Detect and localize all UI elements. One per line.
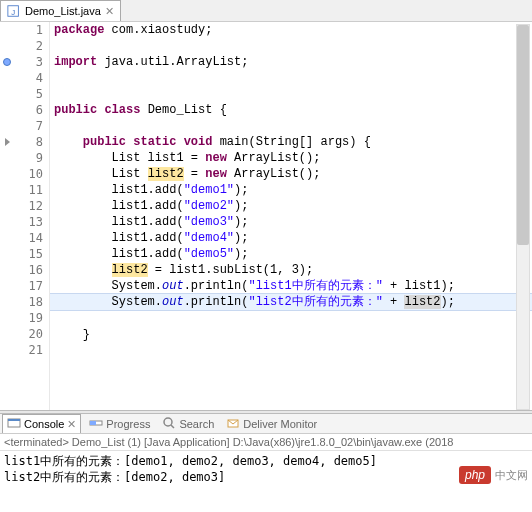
code-line[interactable]: list1.add("demo5"); xyxy=(50,246,532,262)
gutter-marker xyxy=(0,102,14,118)
gutter-marker xyxy=(0,150,14,166)
close-icon[interactable]: ✕ xyxy=(67,418,76,431)
code-line[interactable]: import java.util.ArrayList; xyxy=(50,54,532,70)
gutter-marker xyxy=(0,342,14,358)
line-number-gutter: 123456789101112131415161718192021 xyxy=(14,22,50,410)
svg-point-6 xyxy=(164,418,172,426)
console-icon xyxy=(7,416,21,432)
code-line[interactable]: public class Demo_List { xyxy=(50,102,532,118)
line-number: 17 xyxy=(14,278,49,294)
line-number: 12 xyxy=(14,198,49,214)
gutter-marker xyxy=(0,70,14,86)
line-number: 1 xyxy=(14,22,49,38)
code-content[interactable]: package com.xiaostudy;import java.util.A… xyxy=(50,22,532,410)
java-file-icon: J xyxy=(7,4,21,18)
svg-line-7 xyxy=(171,425,174,428)
line-number: 11 xyxy=(14,182,49,198)
gutter-marker xyxy=(0,262,14,278)
gutter-marker xyxy=(0,310,14,326)
tab-console[interactable]: Console ✕ xyxy=(2,414,81,433)
tab-label: Progress xyxy=(106,418,150,430)
gutter-marker xyxy=(0,166,14,182)
line-number: 4 xyxy=(14,70,49,86)
code-line[interactable]: List list1 = new ArrayList(); xyxy=(50,150,532,166)
line-number: 20 xyxy=(14,326,49,342)
svg-text:J: J xyxy=(11,8,15,17)
line-number: 8 xyxy=(14,134,49,150)
line-number: 9 xyxy=(14,150,49,166)
gutter-marker xyxy=(0,278,14,294)
code-line[interactable]: list1.add("demo3"); xyxy=(50,214,532,230)
line-number: 15 xyxy=(14,246,49,262)
marker-column xyxy=(0,22,14,410)
line-number: 6 xyxy=(14,102,49,118)
code-line[interactable]: public static void main(String[] args) { xyxy=(50,134,532,150)
line-number: 19 xyxy=(14,310,49,326)
editor-tab-bar: J Demo_List.java ✕ xyxy=(0,0,532,22)
gutter-marker xyxy=(0,182,14,198)
code-line[interactable]: } xyxy=(50,327,532,343)
code-line[interactable] xyxy=(50,86,532,102)
code-line[interactable] xyxy=(50,70,532,86)
code-line[interactable] xyxy=(50,38,532,54)
gutter-marker xyxy=(0,326,14,342)
line-number: 14 xyxy=(14,230,49,246)
code-line[interactable] xyxy=(50,343,532,359)
gutter-marker xyxy=(0,86,14,102)
code-line[interactable]: List list2 = new ArrayList(); xyxy=(50,166,532,182)
svg-rect-3 xyxy=(8,419,20,421)
tab-search[interactable]: Search xyxy=(158,415,218,433)
gutter-marker xyxy=(0,38,14,54)
search-icon xyxy=(162,416,176,432)
vertical-scrollbar[interactable] xyxy=(516,24,530,410)
scrollbar-thumb[interactable] xyxy=(517,25,529,245)
line-number: 13 xyxy=(14,214,49,230)
gutter-marker xyxy=(0,198,14,214)
svg-rect-5 xyxy=(90,421,96,425)
line-number: 7 xyxy=(14,118,49,134)
console-line: list2中所有的元素：[demo2, demo3] xyxy=(4,469,528,485)
code-line[interactable] xyxy=(50,311,532,327)
console-tab-bar: Console ✕ Progress Search Deliver Monito… xyxy=(0,414,532,434)
editor-tab[interactable]: J Demo_List.java ✕ xyxy=(0,0,121,21)
tab-deliver[interactable]: Deliver Monitor xyxy=(222,415,321,433)
gutter-marker xyxy=(0,246,14,262)
code-line[interactable] xyxy=(50,118,532,134)
gutter-marker xyxy=(0,230,14,246)
line-number: 10 xyxy=(14,166,49,182)
close-icon[interactable]: ✕ xyxy=(105,5,114,18)
line-number: 2 xyxy=(14,38,49,54)
code-line[interactable]: package com.xiaostudy; xyxy=(50,22,532,38)
line-number: 5 xyxy=(14,86,49,102)
tab-label: Search xyxy=(179,418,214,430)
code-line[interactable]: System.out.println("list2中所有的元素：" + list… xyxy=(50,293,532,311)
code-editor[interactable]: 123456789101112131415161718192021 packag… xyxy=(0,22,532,410)
line-number: 16 xyxy=(14,262,49,278)
line-number: 21 xyxy=(14,342,49,358)
tab-progress[interactable]: Progress xyxy=(85,415,154,433)
console-line: list1中所有的元素：[demo1, demo2, demo3, demo4,… xyxy=(4,453,528,469)
gutter-marker xyxy=(0,214,14,230)
tab-label: Console xyxy=(24,418,64,430)
tab-title: Demo_List.java xyxy=(25,5,101,17)
code-line[interactable]: System.out.println("list1中所有的元素：" + list… xyxy=(50,278,532,294)
code-line[interactable]: list1.add("demo4"); xyxy=(50,230,532,246)
tab-label: Deliver Monitor xyxy=(243,418,317,430)
code-line[interactable]: list1.add("demo1"); xyxy=(50,182,532,198)
gutter-marker xyxy=(0,118,14,134)
progress-icon xyxy=(89,416,103,432)
console-output: list1中所有的元素：[demo1, demo2, demo3, demo4,… xyxy=(0,451,532,487)
code-line[interactable]: list2 = list1.subList(1, 3); xyxy=(50,262,532,278)
deliver-icon xyxy=(226,416,240,432)
line-number: 3 xyxy=(14,54,49,70)
gutter-marker xyxy=(0,22,14,38)
code-line[interactable]: list1.add("demo2"); xyxy=(50,198,532,214)
line-number: 18 xyxy=(14,294,49,310)
gutter-marker xyxy=(0,54,14,70)
console-run-header: <terminated> Demo_List (1) [Java Applica… xyxy=(0,434,532,451)
gutter-marker xyxy=(0,134,14,150)
gutter-marker xyxy=(0,294,14,310)
